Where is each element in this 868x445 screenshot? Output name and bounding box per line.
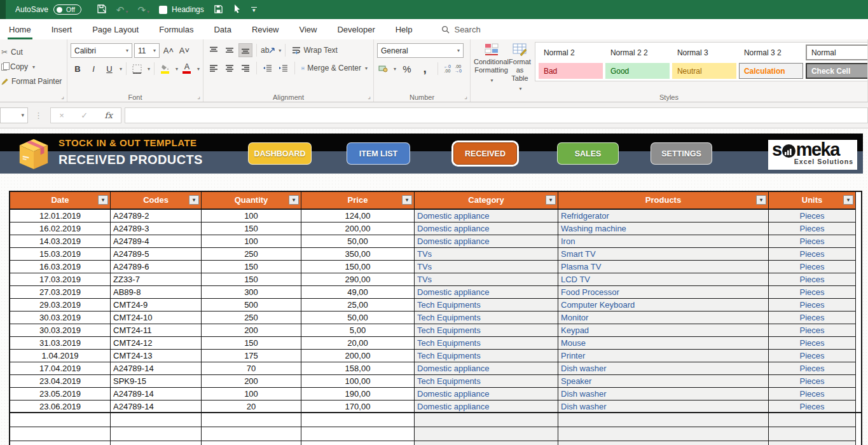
font-dialog-launcher[interactable]: ⌟ (197, 93, 200, 100)
cell-code[interactable]: CMT24-13 (111, 350, 202, 362)
cell-quantity[interactable]: 200 (202, 375, 301, 388)
cell-date[interactable]: 27.03.2019 (10, 286, 111, 299)
cell-code[interactable]: A24789-14 (111, 388, 202, 400)
font-size-select[interactable]: 11▾ (134, 43, 160, 58)
cell-unit[interactable]: Pieces (769, 210, 856, 222)
redo-icon[interactable]: ↷▾ (137, 5, 149, 15)
cell-quantity[interactable]: 300 (202, 286, 301, 299)
cell-quantity[interactable]: 200 (202, 324, 301, 337)
cell-quantity[interactable]: 175 (202, 350, 301, 362)
cell-product[interactable]: Dish washer (558, 388, 769, 400)
cell-code[interactable]: ZZ33-7 (111, 273, 202, 286)
cell-product[interactable]: Monitor (558, 312, 769, 324)
nav-button-dashboard[interactable]: DASHBOARD (248, 142, 312, 165)
cell-category[interactable]: Tech Equipments (415, 299, 558, 312)
cell-style-normal-3-2[interactable]: Normal 3 2 (739, 44, 803, 60)
cell-code[interactable]: A24789-4 (111, 235, 202, 248)
font-name-select[interactable]: Calibri▾ (71, 43, 132, 58)
cell-unit[interactable]: Pieces (769, 261, 856, 273)
cell-category[interactable]: Domestic appliance (415, 362, 558, 375)
tab-data[interactable]: Data (212, 19, 232, 39)
cell-price[interactable]: 49,00 (301, 286, 415, 299)
empty-cell[interactable] (301, 413, 415, 427)
cell-code[interactable]: A24789-14 (111, 400, 202, 413)
cell-product[interactable]: Printer (558, 350, 769, 362)
cell-code[interactable]: SPK9-15 (111, 375, 202, 388)
cancel-icon[interactable]: × (59, 111, 64, 120)
cell-date[interactable]: 23.04.2019 (10, 375, 111, 388)
align-right-button[interactable] (238, 61, 252, 75)
cell-style-bad[interactable]: Bad (539, 63, 603, 79)
cell-category[interactable]: Domestic appliance (415, 400, 558, 413)
cell-product[interactable]: Keypad (558, 324, 769, 337)
cell-date[interactable]: 17.03.2019 (10, 273, 111, 286)
cell-category[interactable]: Domestic appliance (415, 286, 558, 299)
nav-button-settings[interactable]: SETTINGS (651, 142, 712, 165)
align-middle-button[interactable] (223, 43, 237, 57)
filter-button-codes[interactable]: ▾ (189, 195, 199, 205)
headings-toggle[interactable]: Headings (159, 6, 204, 14)
bold-button[interactable]: B (71, 62, 85, 76)
cell-category[interactable]: TVs (415, 248, 558, 261)
filter-button-date[interactable]: ▾ (98, 195, 108, 205)
cell-category[interactable]: Tech Equipments (415, 324, 558, 337)
namebox-dropdown-icon[interactable]: ▾ (21, 112, 24, 118)
cell-unit[interactable]: Pieces (769, 324, 856, 337)
empty-cell[interactable] (769, 441, 856, 445)
formula-input[interactable] (125, 107, 868, 123)
cell-price[interactable]: 170,00 (301, 400, 415, 413)
cell-price[interactable]: 200,00 (301, 222, 415, 235)
align-top-button[interactable] (207, 43, 221, 57)
cell-unit[interactable]: Pieces (769, 248, 856, 261)
cell-code[interactable]: A24789-14 (111, 362, 202, 375)
nav-button-received[interactable]: RECEIVED (453, 142, 517, 165)
undo-icon[interactable]: ↶▾ (116, 5, 128, 15)
fill-color-button[interactable] (158, 62, 172, 76)
cell-category[interactable]: Tech Equipments (415, 312, 558, 324)
empty-cell[interactable] (10, 413, 111, 427)
cell-price[interactable]: 100,00 (301, 375, 415, 388)
cell-style-calculation[interactable]: Calculation (739, 63, 803, 79)
cell-quantity[interactable]: 20 (202, 400, 301, 413)
cell-date[interactable]: 31.03.2019 (10, 337, 111, 350)
tab-page-layout[interactable]: Page Layout (91, 19, 140, 39)
cell-unit[interactable]: Pieces (769, 350, 856, 362)
cell-product[interactable]: Plasma TV (558, 261, 769, 273)
cursor-icon[interactable] (233, 4, 242, 15)
cell-unit[interactable]: Pieces (769, 312, 856, 324)
cell-date[interactable]: 23.05.2019 (10, 388, 111, 400)
conditional-formatting-button[interactable]: Conditional Formatting▾ (474, 42, 509, 85)
empty-cell[interactable] (111, 441, 202, 445)
filter-button-category[interactable]: ▾ (546, 195, 556, 205)
cell-style-good[interactable]: Good (605, 63, 670, 79)
empty-cell[interactable] (415, 441, 558, 445)
filter-button-products[interactable]: ▾ (756, 195, 766, 205)
cell-category[interactable]: Domestic appliance (415, 388, 558, 400)
comma-style-button[interactable]: , (418, 62, 432, 76)
cell-price[interactable]: 158,00 (301, 362, 415, 375)
format-as-table-button[interactable]: Format as Table▾ (509, 42, 531, 93)
italic-button[interactable]: I (86, 62, 100, 76)
increase-decimal-button[interactable]: ←0.00 (444, 64, 451, 73)
empty-cell[interactable] (558, 427, 769, 441)
cell-price[interactable]: 200,00 (301, 350, 415, 362)
empty-cell[interactable] (415, 427, 558, 441)
cell-quantity[interactable]: 100 (202, 388, 301, 400)
cell-quantity[interactable]: 100 (202, 235, 301, 248)
cell-style-normal-2[interactable]: Normal 2 (539, 44, 603, 60)
cell-date[interactable]: 15.03.2019 (10, 248, 111, 261)
cell-date[interactable]: 14.03.2019 (10, 235, 111, 248)
cell-date[interactable]: 1.04.2019 (10, 350, 111, 362)
cell-unit[interactable]: Pieces (769, 235, 856, 248)
empty-cell[interactable] (10, 441, 111, 445)
cell-style-normal-3[interactable]: Normal 3 (672, 44, 736, 60)
cell-quantity[interactable]: 150 (202, 273, 301, 286)
name-box[interactable]: ▾ (0, 107, 28, 123)
cell-category[interactable]: TVs (415, 273, 558, 286)
cell-product[interactable]: Refridgerator (558, 210, 769, 222)
increase-indent-button[interactable] (277, 61, 291, 75)
cell-unit[interactable]: Pieces (769, 362, 856, 375)
grow-font-button[interactable]: A˄ (162, 44, 176, 58)
percent-style-button[interactable]: % (400, 62, 414, 76)
empty-cell[interactable] (301, 441, 415, 445)
